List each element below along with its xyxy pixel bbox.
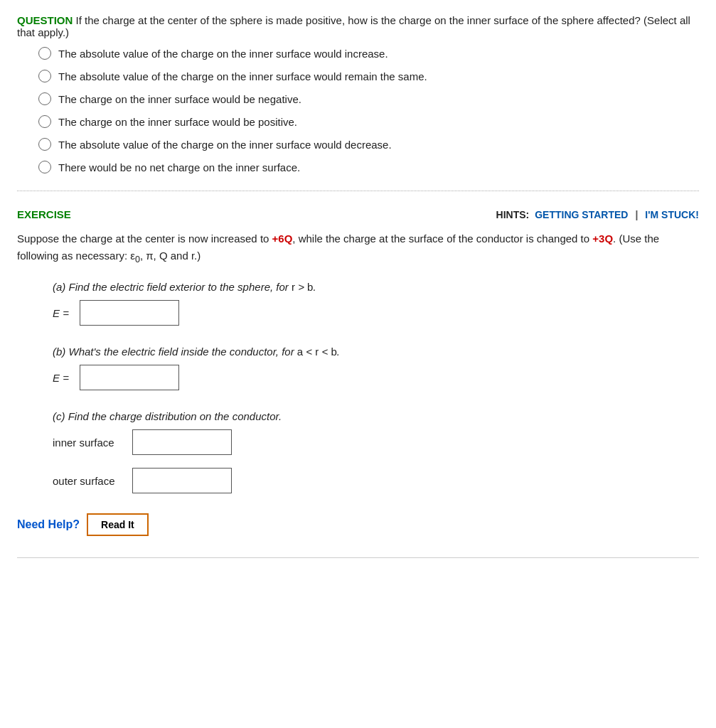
bottom-divider xyxy=(17,557,699,558)
sub-question-b-text: (b) What's the electric field inside the… xyxy=(53,346,699,358)
options-list: The absolute value of the charge on the … xyxy=(17,47,699,173)
radio-4[interactable] xyxy=(38,115,51,128)
option-1[interactable]: The absolute value of the charge on the … xyxy=(38,47,699,60)
field-row-a: E = xyxy=(53,300,699,326)
field-row-b: E = xyxy=(53,365,699,390)
option-6-text: There would be no net charge on the inne… xyxy=(58,161,300,173)
exercise-intro: Suppose the charge at the center is now … xyxy=(17,230,699,267)
outer-surface-label: outer surface xyxy=(53,475,124,487)
sub-question-b: (b) What's the electric field inside the… xyxy=(17,346,699,390)
sub-question-c: (c) Find the charge distribution on the … xyxy=(17,410,699,493)
exercise-section: EXERCISE HINTS: GETTING STARTED | I'M ST… xyxy=(17,208,699,493)
option-4-text: The charge on the inner surface would be… xyxy=(58,116,297,128)
outer-surface-input[interactable] xyxy=(132,468,232,493)
exercise-label: EXERCISE xyxy=(17,208,71,220)
outer-surface-row: outer surface xyxy=(53,468,699,493)
sub-question-a-text: (a) Find the electric field exterior to … xyxy=(53,281,699,293)
radio-6[interactable] xyxy=(38,161,51,173)
radio-5[interactable] xyxy=(38,138,51,151)
center-charge: +6Q xyxy=(272,232,293,245)
need-help-label: Need Help? xyxy=(17,518,80,531)
radio-3[interactable] xyxy=(38,92,51,105)
need-help-section: Need Help? Read It xyxy=(17,513,699,550)
sub-question-a: (a) Find the electric field exterior to … xyxy=(17,281,699,326)
intro-text-2: , while the charge at the surface of the… xyxy=(292,232,592,245)
getting-started-link[interactable]: GETTING STARTED xyxy=(535,209,628,220)
exercise-header: EXERCISE HINTS: GETTING STARTED | I'M ST… xyxy=(17,208,699,220)
question-section: QUESTION If the charge at the center of … xyxy=(17,14,699,173)
option-3[interactable]: The charge on the inner surface would be… xyxy=(38,92,699,105)
option-3-text: The charge on the inner surface would be… xyxy=(58,93,301,105)
option-5-text: The absolute value of the charge on the … xyxy=(58,139,392,151)
radio-2[interactable] xyxy=(38,70,51,82)
hints-section: HINTS: GETTING STARTED | I'M STUCK! xyxy=(496,209,699,220)
field-input-a[interactable] xyxy=(80,300,179,326)
option-1-text: The absolute value of the charge on the … xyxy=(58,48,388,60)
option-2-text: The absolute value of the charge on the … xyxy=(58,70,427,82)
option-5[interactable]: The absolute value of the charge on the … xyxy=(38,138,699,151)
read-it-button[interactable]: Read It xyxy=(87,513,149,536)
question-text: If the charge at the center of the spher… xyxy=(17,14,690,38)
im-stuck-link[interactable]: I'M STUCK! xyxy=(645,209,699,220)
field-label-b: E = xyxy=(53,372,74,384)
field-input-b[interactable] xyxy=(80,365,179,390)
sub-question-c-text: (c) Find the charge distribution on the … xyxy=(53,410,699,422)
intro-text-1: Suppose the charge at the center is now … xyxy=(17,232,272,245)
inner-surface-label: inner surface xyxy=(53,437,124,449)
inner-surface-input[interactable] xyxy=(132,429,232,455)
hints-label: HINTS: xyxy=(496,209,530,220)
inner-surface-row: inner surface xyxy=(53,429,699,455)
surface-charge: +3Q xyxy=(592,232,613,245)
option-4[interactable]: The charge on the inner surface would be… xyxy=(38,115,699,128)
radio-1[interactable] xyxy=(38,47,51,60)
section-divider xyxy=(17,191,699,191)
option-2[interactable]: The absolute value of the charge on the … xyxy=(38,70,699,82)
option-6[interactable]: There would be no net charge on the inne… xyxy=(38,161,699,173)
field-label-a: E = xyxy=(53,307,74,319)
question-label: QUESTION xyxy=(17,14,73,26)
hints-separator: | xyxy=(635,209,638,220)
